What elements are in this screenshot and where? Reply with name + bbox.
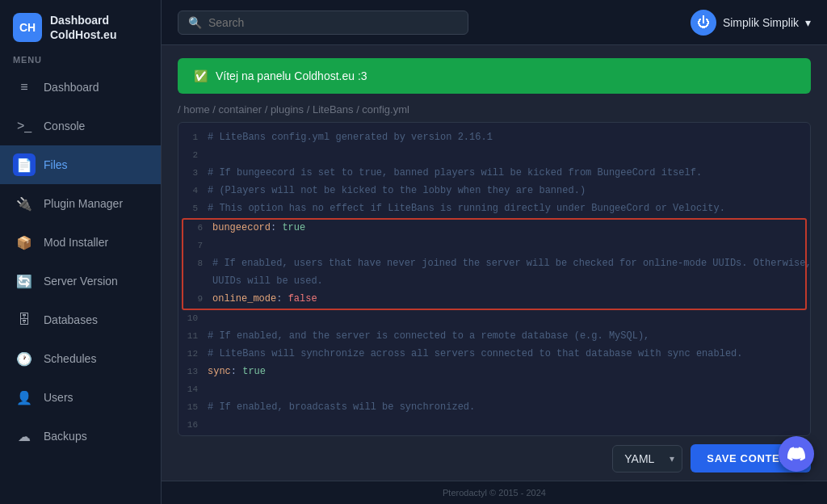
clock-icon: 🕐 (13, 347, 36, 370)
code-line: 16 (178, 417, 810, 435)
code-line: 4 # (Players will not be kicked to the l… (178, 183, 810, 200)
file-editor: 1 # LiteBans config.yml generated by ver… (178, 122, 811, 436)
format-select[interactable]: YAML JSON TOML (612, 445, 682, 472)
breadcrumb: / home / container / plugins / LiteBans … (162, 94, 827, 122)
sidebar-item-label: Dashboard (44, 81, 99, 94)
code-line: 14 (178, 381, 810, 399)
code-line: 17 sync_broadcasts: true (178, 435, 810, 435)
sidebar-item-schedules[interactable]: 🕐 Schedules (0, 339, 161, 378)
user-info[interactable]: ⏻ Simplik Simplik ▾ (691, 10, 811, 36)
sidebar-item-label: Mod Installer (44, 236, 108, 249)
sidebar-item-label: Users (44, 391, 73, 404)
topbar: 🔍 ⏻ Simplik Simplik ▾ (162, 0, 827, 45)
terminal-icon: >_ (13, 115, 36, 137)
code-area[interactable]: 1 # LiteBans config.yml generated by ver… (178, 123, 810, 435)
sidebar-logo-text: CH (19, 21, 36, 34)
code-line: 11 # If enabled, and the server is conne… (178, 328, 810, 346)
highlighted-block: 6 bungeecord: true 7 8 # If enabled, use… (182, 218, 807, 310)
sidebar-item-console[interactable]: >_ Console (0, 107, 161, 145)
sidebar-item-server-version[interactable]: 🔄 Server Version (0, 262, 161, 300)
sidebar: CH Dashboard ColdHost.eu MENU ≡ Dashboar… (0, 0, 162, 504)
check-circle-icon: ✅ (194, 69, 208, 82)
layers-icon: ≡ (13, 76, 36, 99)
user-icon: 👤 (13, 386, 36, 409)
code-line: 9 online_mode: false (183, 291, 805, 309)
user-name: Simplik Simplik (723, 16, 799, 29)
code-line: UUIDs will be used. (183, 273, 805, 291)
code-line: 6 bungeecord: true (183, 220, 805, 237)
sidebar-title: Dashboard ColdHost.eu (50, 13, 116, 42)
code-line: 10 (178, 310, 810, 328)
sidebar-item-label: Server Version (44, 275, 118, 288)
file-icon: 📄 (13, 153, 36, 176)
sidebar-logo: CH (13, 13, 42, 42)
page-footer: Pterodactyl © 2015 - 2024 (162, 481, 827, 504)
sidebar-item-files[interactable]: 📄 Files (0, 145, 161, 184)
code-line: 12 # LiteBans will synchronize across al… (178, 346, 810, 363)
sidebar-header: CH Dashboard ColdHost.eu (0, 0, 161, 48)
code-line: 13 sync: true (178, 363, 810, 381)
welcome-text: Vítej na panelu Coldhost.eu :3 (216, 69, 367, 82)
search-icon: 🔍 (188, 16, 202, 29)
sidebar-item-label: Plugin Manager (44, 197, 123, 210)
sidebar-item-label: Files (44, 158, 68, 171)
mod-icon: 📦 (13, 231, 36, 254)
code-line: 1 # LiteBans config.yml generated by ver… (178, 129, 810, 147)
chevron-down-icon: ▾ (805, 16, 811, 29)
main-content: 🔍 ⏻ Simplik Simplik ▾ ✅ Vítej na panelu … (162, 0, 827, 504)
search-box[interactable]: 🔍 (178, 10, 468, 35)
version-icon: 🔄 (13, 270, 36, 292)
code-line: 15 # If enabled, broadcasts will be sync… (178, 399, 810, 417)
code-line: 2 (178, 147, 810, 165)
sidebar-item-databases[interactable]: 🗄 Databases (0, 300, 161, 339)
cloud-icon: ☁ (13, 425, 36, 447)
sidebar-item-plugin-manager[interactable]: 🔌 Plugin Manager (0, 184, 161, 223)
database-icon: 🗄 (13, 309, 36, 331)
sidebar-item-label: Schedules (44, 352, 96, 365)
sidebar-item-mod-installer[interactable]: 📦 Mod Installer (0, 223, 161, 262)
plugin-icon: 🔌 (13, 192, 36, 215)
code-line: 7 (183, 237, 805, 255)
sidebar-item-users[interactable]: 👤 Users (0, 378, 161, 417)
code-line: 5 # This option has no effect if LiteBan… (178, 200, 810, 218)
sidebar-item-backups[interactable]: ☁ Backups (0, 417, 161, 456)
code-line: 8 # If enabled, users that have never jo… (183, 255, 805, 273)
user-avatar: ⏻ (691, 10, 716, 36)
footer-bar: YAML JSON TOML ▾ SAVE CONTENT (162, 436, 827, 481)
sidebar-menu-label: MENU (0, 48, 161, 68)
code-line: 3 # If bungeecord is set to true, banned… (178, 165, 810, 183)
sidebar-item-label: Backups (44, 430, 87, 443)
welcome-banner: ✅ Vítej na panelu Coldhost.eu :3 (178, 58, 811, 94)
sidebar-item-label: Console (44, 120, 85, 132)
format-selector-wrapper: YAML JSON TOML ▾ (612, 445, 682, 472)
discord-fab-button[interactable] (779, 436, 814, 472)
search-input[interactable] (208, 16, 458, 29)
sidebar-item-dashboard[interactable]: ≡ Dashboard (0, 68, 161, 107)
sidebar-item-label: Databases (44, 313, 98, 326)
